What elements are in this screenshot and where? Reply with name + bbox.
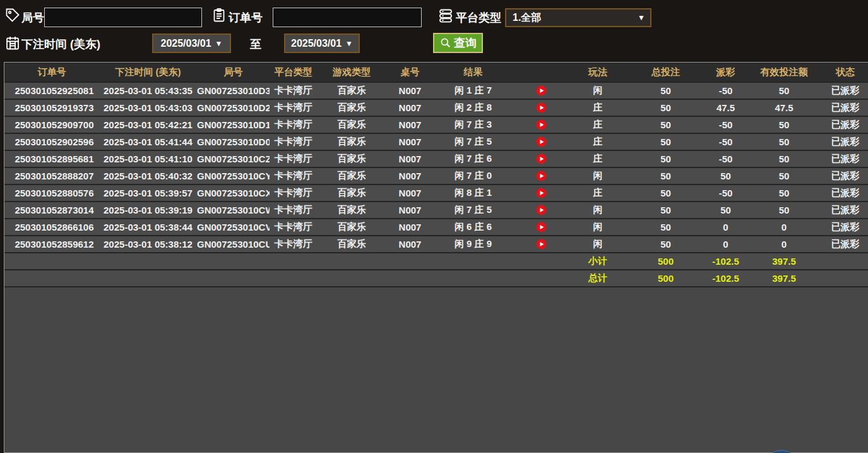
cell-play: 庄 [569, 116, 626, 133]
total-valid-bet: 397.5 [746, 270, 822, 287]
cell-order-id: 250301052909700 [4, 116, 99, 133]
cell-total-bet: 50 [626, 167, 705, 184]
cell-bet-time: 2025-03-01 05:41:10 [99, 150, 197, 167]
cell-status: 已派彩 [822, 82, 868, 99]
cell-order-id: 250301052895681 [4, 150, 99, 167]
totals-body: 小计 500 -102.5 397.5 总计 500 -102.5 397.5 [4, 253, 868, 287]
cell-valid-bet: 50 [746, 184, 822, 202]
cell-table-no: N007 [386, 219, 434, 236]
play-video-icon[interactable] [535, 85, 547, 97]
cell-table-no: N007 [386, 116, 434, 133]
cell-table-no: N007 [386, 133, 434, 150]
subtotal-valid-bet: 397.5 [746, 253, 822, 270]
subtotal-label: 小计 [569, 253, 626, 270]
table-row: 250301052909700 2025-03-01 05:42:21 GN00… [4, 116, 868, 133]
col-header-game-type: 游戏类型 [317, 63, 386, 82]
cell-table-no: N007 [386, 236, 434, 253]
cell-table-no: N007 [386, 167, 434, 184]
cell-status: 已派彩 [822, 167, 868, 184]
play-video-icon[interactable] [535, 187, 547, 199]
cell-result: 闲 7 庄 6 [434, 150, 513, 167]
cell-payout: -50 [705, 116, 746, 133]
date-from-value: 2025/03/01 [161, 38, 211, 49]
col-header-result: 结果 [434, 63, 513, 82]
cell-payout: -50 [705, 150, 746, 167]
cell-status: 已派彩 [822, 202, 868, 219]
table-row: 250301052925081 2025-03-01 05:43:35 GN00… [4, 82, 868, 99]
filter-bar: 局号 订单号 平台类型 1.全部 ▼ 下注时间 (美东) 2025/03/01 … [0, 0, 868, 62]
tag-icon [5, 8, 20, 23]
cell-game-type: 百家乐 [317, 167, 386, 184]
platform-type-select[interactable]: 1.全部 ▼ [505, 8, 651, 27]
subtotal-payout: -102.5 [705, 253, 746, 270]
cell-status: 已派彩 [822, 219, 868, 236]
query-button[interactable]: 查询 [433, 33, 483, 53]
table-row: 250301052902596 2025-03-01 05:41:44 GN00… [4, 133, 868, 150]
play-video-icon[interactable] [535, 204, 547, 216]
play-video-icon[interactable] [535, 170, 547, 182]
records-body: 250301052925081 2025-03-01 05:43:35 GN00… [4, 82, 868, 253]
col-header-total-bet: 总投注 [626, 63, 705, 82]
total-total-bet: 500 [626, 270, 705, 287]
cell-bet-time: 2025-03-01 05:39:19 [99, 202, 197, 219]
cell-total-bet: 50 [626, 184, 705, 202]
cell-round-id: GN007253010D0 [197, 133, 270, 150]
cell-order-id: 250301052859612 [4, 236, 99, 253]
table-header-row: 订单号 下注时间 (美东) 局号 平台类型 游戏类型 桌号 结果 玩法 总投注 … [4, 63, 868, 82]
cell-bet-time: 2025-03-01 05:38:44 [99, 219, 197, 236]
play-video-icon[interactable] [535, 136, 547, 148]
cell-platform: 卡卡湾厅 [270, 184, 317, 202]
cell-order-id: 250301052888207 [4, 167, 99, 184]
play-video-icon[interactable] [535, 238, 547, 250]
cell-bet-time: 2025-03-01 05:40:32 [99, 167, 197, 184]
cell-valid-bet: 50 [746, 202, 822, 219]
play-video-icon[interactable] [535, 119, 547, 131]
cell-video [513, 82, 569, 99]
col-header-play: 玩法 [569, 63, 626, 82]
cell-game-type: 百家乐 [317, 99, 386, 116]
cell-bet-time: 2025-03-01 05:39:57 [99, 184, 197, 202]
cell-status: 已派彩 [822, 150, 868, 167]
cell-result: 闲 6 庄 6 [434, 219, 513, 236]
cell-payout: 50 [705, 167, 746, 184]
order-no-label: 订单号 [229, 10, 263, 25]
table-row: 250301052895681 2025-03-01 05:41:10 GN00… [4, 150, 868, 167]
cell-result: 闲 7 庄 5 [434, 133, 513, 150]
col-header-round-id: 局号 [197, 63, 270, 82]
col-header-payout: 派彩 [705, 63, 746, 82]
cell-play: 庄 [569, 99, 626, 116]
play-video-icon[interactable] [535, 153, 547, 165]
col-header-valid-bet: 有效投注额 [746, 63, 822, 82]
cell-status: 已派彩 [822, 133, 868, 150]
play-video-icon[interactable] [535, 221, 547, 233]
col-header-table-no: 桌号 [386, 63, 434, 82]
cell-valid-bet: 47.5 [746, 99, 822, 116]
cell-bet-time: 2025-03-01 05:43:03 [99, 99, 197, 116]
cell-payout: -50 [705, 82, 746, 99]
order-no-input[interactable] [273, 8, 422, 27]
clipboard-icon [211, 8, 227, 23]
play-video-icon[interactable] [535, 102, 547, 114]
col-header-bet-time: 下注时间 (美东) [99, 63, 197, 82]
cell-valid-bet: 50 [746, 82, 822, 99]
table-row: 250301052859612 2025-03-01 05:38:12 GN00… [4, 236, 868, 253]
cell-order-id: 250301052880576 [4, 184, 99, 202]
date-from-select[interactable]: 2025/03/01 ▼ [152, 33, 231, 53]
date-to-select[interactable]: 2025/03/01 ▼ [284, 33, 360, 53]
total-payout: -102.5 [705, 270, 746, 287]
table-row: 250301052919373 2025-03-01 05:43:03 GN00… [4, 99, 868, 116]
platform-type-value: 1.全部 [513, 11, 541, 25]
round-no-input[interactable] [44, 8, 202, 27]
cell-order-id: 250301052873014 [4, 202, 99, 219]
cell-game-type: 百家乐 [317, 202, 386, 219]
cell-game-type: 百家乐 [317, 150, 386, 167]
total-label: 总计 [569, 270, 626, 287]
total-row: 总计 500 -102.5 397.5 [4, 270, 868, 287]
cell-total-bet: 50 [626, 82, 705, 99]
cell-status: 已派彩 [822, 99, 868, 116]
cell-platform: 卡卡湾厅 [270, 236, 317, 253]
cell-round-id: GN007253010D1 [197, 116, 270, 133]
cell-total-bet: 50 [626, 236, 705, 253]
cell-bet-time: 2025-03-01 05:41:44 [99, 133, 197, 150]
cell-play: 庄 [569, 184, 626, 202]
